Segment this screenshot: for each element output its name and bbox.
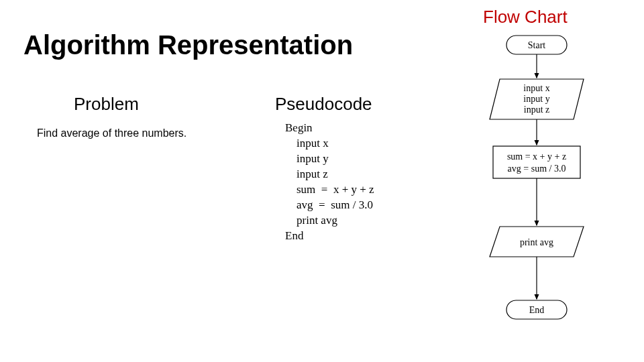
flowchart-diagram: Start input x input y input z sum = x + … (470, 32, 604, 354)
flowchart-start-label: Start (528, 40, 546, 50)
pseudo-line: print avg (285, 214, 337, 227)
problem-heading: Problem (74, 94, 139, 115)
problem-text: Find average of three numbers. (37, 127, 186, 139)
flowchart-input-y: input y (523, 94, 549, 104)
flowchart-avg: avg = sum / 3.0 (508, 164, 566, 174)
pseudo-line: avg = sum / 3.0 (285, 198, 373, 211)
pseudo-line: input x (285, 137, 329, 149)
flowchart-print: print avg (520, 237, 553, 247)
pseudo-line: End (285, 229, 303, 242)
pseudo-line: input z (285, 168, 328, 180)
page-title: Algorithm Representation (23, 30, 353, 60)
pseudo-line: sum = x + y + z (285, 183, 374, 196)
flowchart-input-x: input x (523, 83, 549, 93)
flowchart-end-label: End (529, 305, 545, 315)
pseudocode-heading: Pseudocode (275, 94, 372, 115)
flowchart-sum: sum = x + y + z (507, 152, 566, 162)
pseudo-line: input y (285, 152, 329, 165)
pseudocode-block: Begin input x input y input z sum = x + … (285, 121, 374, 244)
pseudo-line: Begin (285, 121, 313, 134)
flowchart-input-z: input z (524, 105, 550, 115)
flowchart-heading: Flow Chart (483, 7, 568, 27)
